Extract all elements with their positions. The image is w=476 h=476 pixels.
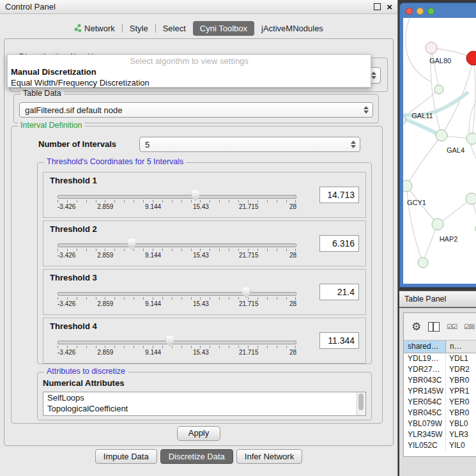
tab-cyni-toolbox[interactable]: Cyni Toolbox	[193, 21, 254, 36]
slider-track[interactable]	[58, 292, 296, 296]
attributes-group-label: Attributes to discretize	[44, 367, 128, 376]
table-row[interactable]: YDR27… YDR2	[404, 364, 476, 375]
minimize-traffic-light[interactable]	[417, 8, 424, 15]
number-of-intervals-label: Number of Intervals	[38, 139, 116, 149]
threshold-1-panel: Threshold 1 -3.426 2.859 9.144 15.43 21.…	[43, 172, 366, 218]
numerical-attributes-label: Numerical Attributes	[43, 378, 124, 388]
threshold-3-value-field[interactable]	[319, 284, 359, 300]
slider-track[interactable]	[58, 341, 296, 344]
close-traffic-light[interactable]	[406, 8, 413, 15]
list-scrollbar[interactable]	[357, 392, 365, 415]
network-view-window[interactable]: GAL80 GAL11 GAL4 GCY1 HAP2	[399, 3, 476, 288]
slider-tick-label: 9.144	[145, 300, 161, 307]
threshold-3-slider[interactable]: -3.426 2.859 9.144 15.43 21.715 28	[58, 286, 296, 309]
tab-jactivemnodules[interactable]: jActiveMNodules	[257, 21, 328, 36]
cell-name: YBR0	[446, 408, 476, 418]
threshold-4-slider[interactable]: -3.426 2.859 9.144 15.43 21.715 28	[58, 335, 296, 358]
cell-shared-name: YPR145W	[404, 386, 446, 397]
apply-button[interactable]: Apply	[177, 426, 220, 441]
network-graph: GAL80 GAL11 GAL4 GCY1 HAP2	[403, 18, 476, 284]
slider-tick-label: 21.715	[239, 252, 259, 259]
screen: Control Panel × Network Style Select	[0, 0, 476, 476]
thresholds-group: Threshold's Coordinates for 5 Intervals …	[37, 162, 372, 364]
cell-shared-name: YER054C	[404, 397, 446, 408]
table-data-combo[interactable]: galFiltered.sif default node	[19, 102, 373, 118]
node-label-gcy1: GCY1	[407, 199, 426, 206]
slider-ticks	[58, 249, 296, 251]
threshold-3-label: Threshold 3	[50, 273, 97, 282]
slider-tick-label: 9.144	[145, 252, 161, 259]
close-icon[interactable]: ×	[387, 2, 392, 12]
list-item[interactable]: SelfLoops	[43, 392, 365, 403]
float-window-icon[interactable]	[374, 3, 381, 10]
cell-shared-name: YDL19…	[404, 353, 446, 364]
table-row[interactable]: YIL052C YIL0	[404, 440, 476, 451]
slider-tick-label: 2.859	[97, 203, 113, 210]
popup-option-manual[interactable]: Manual Discretization	[8, 66, 371, 77]
threshold-2-value-field[interactable]	[319, 235, 359, 252]
slider-tick-label: -3.426	[58, 252, 75, 259]
network-node[interactable]	[466, 133, 476, 144]
select-columns-icon[interactable]: ☑☒	[464, 323, 474, 330]
node-label-gal4: GAL4	[447, 146, 464, 154]
threshold-2-slider[interactable]: -3.426 2.859 9.144 15.43 21.715 28	[58, 238, 296, 261]
tab-impute-data[interactable]: Impute Data	[95, 449, 157, 464]
column-header-name[interactable]: n…	[446, 341, 476, 353]
cell-shared-name: YBR043C	[404, 375, 446, 386]
slider-tick-label: 2.859	[97, 300, 113, 307]
network-node[interactable]	[426, 42, 437, 54]
tab-infer-network[interactable]: Infer Network	[236, 449, 302, 464]
table-row[interactable]: YDL19… YDL1	[404, 353, 476, 364]
network-node-labels: GAL80 GAL11 GAL4 GCY1 HAP2	[407, 57, 464, 243]
table-panel-titlebar[interactable]: Table Panel	[399, 291, 476, 307]
table-row[interactable]: YLR345W YLR3	[404, 429, 476, 440]
network-canvas[interactable]: GAL80 GAL11 GAL4 GCY1 HAP2	[403, 18, 476, 284]
network-node[interactable]	[434, 85, 443, 94]
number-of-intervals-combo[interactable]: 5	[139, 137, 360, 152]
slider-tick-label: 9.144	[145, 203, 161, 210]
tab-select[interactable]: Select	[158, 21, 190, 36]
slider-tick-label: 28	[289, 349, 296, 356]
cell-name: YER0	[446, 397, 476, 408]
network-node[interactable]	[403, 180, 412, 192]
tab-network[interactable]: Network	[70, 21, 119, 36]
list-item[interactable]: TopologicalCoefficient	[43, 403, 365, 414]
threshold-4-value-field[interactable]	[319, 332, 359, 349]
table-row[interactable]: YBR045C YBR0	[404, 408, 476, 418]
zoom-traffic-light[interactable]	[427, 8, 434, 15]
column-layout-icon[interactable]	[428, 322, 440, 332]
tab-network-label: Network	[84, 24, 115, 33]
network-node-red[interactable]	[466, 51, 476, 65]
slider-tick-label: 21.715	[239, 349, 259, 356]
tab-style[interactable]: Style	[125, 21, 153, 36]
threshold-1-slider[interactable]: -3.426 2.859 9.144 15.43 21.715 28	[58, 189, 296, 212]
network-node[interactable]	[466, 193, 476, 204]
network-node[interactable]	[432, 219, 443, 230]
slider-ticks	[58, 346, 296, 348]
slider-tick-label: 2.859	[97, 349, 113, 356]
table-row[interactable]: YBL079W YBL0	[404, 418, 476, 429]
popup-option-equal-width[interactable]: Equal Width/Frequency Discretization	[8, 77, 371, 88]
slider-track[interactable]	[58, 195, 296, 199]
slider-track[interactable]	[58, 243, 296, 247]
network-node[interactable]	[418, 257, 428, 268]
network-node[interactable]	[436, 130, 447, 141]
gear-icon[interactable]: ⚙	[411, 321, 421, 332]
tab-discretize-data[interactable]: Discretize Data	[160, 449, 233, 464]
slider-tick-label: 28	[289, 300, 296, 307]
slider-tick-label: 28	[289, 252, 296, 259]
table-row[interactable]: YER054C YER0	[404, 397, 476, 408]
table-header-row: shared… n…	[404, 341, 476, 353]
table-row[interactable]: YBR043C YBR0	[404, 375, 476, 386]
control-panel-titlebar[interactable]: Control Panel ×	[0, 0, 397, 14]
bottom-tab-bar: Impute Data Discretize Data Infer Networ…	[0, 449, 397, 464]
cell-shared-name: YDR27…	[404, 364, 446, 375]
threshold-1-value-field[interactable]	[319, 187, 359, 203]
scrollbar-thumb[interactable]	[358, 394, 364, 410]
table-row[interactable]: YPR145W YPR1	[404, 386, 476, 397]
threshold-3-panel: Threshold 3 -3.426 2.859 9.144 15.43 21.…	[43, 269, 366, 315]
column-header-shared-name[interactable]: shared…	[404, 341, 446, 353]
show-columns-icon[interactable]: ☑☑	[447, 323, 457, 330]
list-item[interactable]: BetweennessCentrality	[43, 414, 365, 416]
table-toolbar: ⚙ ☑☑ ☑☒	[404, 313, 476, 341]
